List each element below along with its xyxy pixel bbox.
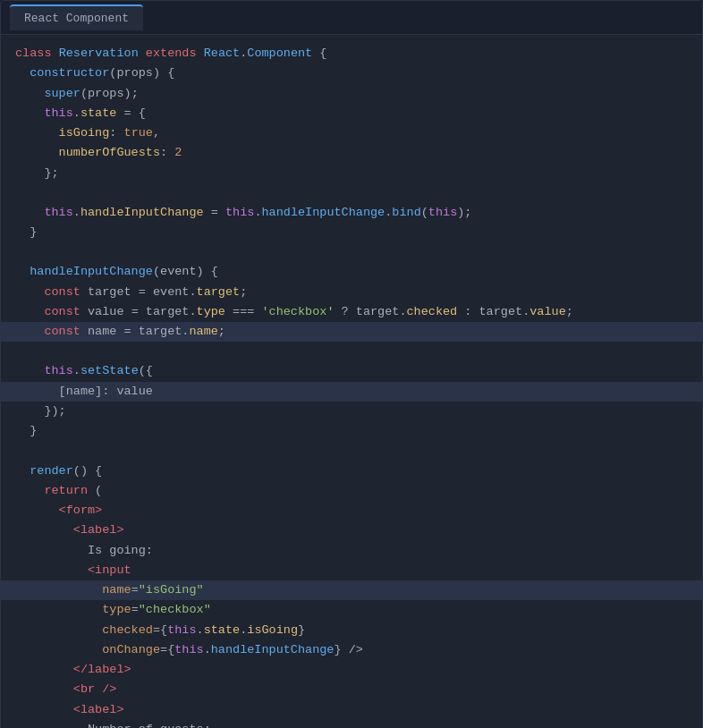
code-line: this.state = { <box>1 104 702 123</box>
code-line: checked={this.state.isGoing} <box>1 621 702 640</box>
code-line: <br /> <box>1 680 702 699</box>
code-line: name="isGoing" <box>1 580 702 600</box>
tab-react-component[interactable]: React Component <box>10 4 143 30</box>
code-line: handleInputChange(event) { <box>1 262 702 282</box>
code-line: <label> <box>1 521 702 540</box>
code-line <box>1 342 702 361</box>
code-line: const target = event.target; <box>1 283 702 302</box>
code-line: this.setState({ <box>1 361 702 381</box>
code-line: const name = target.name; <box>1 322 702 342</box>
code-line: Is going: <box>1 541 702 561</box>
code-line: render() { <box>1 461 702 481</box>
code-line: <input <box>1 561 702 580</box>
code-line: constructor(props) { <box>1 63 702 83</box>
code-content: class Reservation extends React.Componen… <box>1 35 702 728</box>
code-line: numberOfGuests: 2 <box>1 143 702 163</box>
code-line: Number of guests: <box>1 720 702 728</box>
code-line: return ( <box>1 481 702 501</box>
code-line: } <box>1 421 702 441</box>
code-line: }); <box>1 402 702 421</box>
code-line: <label> <box>1 700 702 720</box>
code-line: } <box>1 223 702 242</box>
code-line: <form> <box>1 501 702 521</box>
code-line: isGoing: true, <box>1 123 702 143</box>
code-editor: React Component class Reservation extend… <box>0 0 703 728</box>
code-line <box>1 242 702 262</box>
code-line: }; <box>1 164 702 183</box>
tab-bar: React Component <box>1 1 702 35</box>
code-line: this.handleInputChange = this.handleInpu… <box>1 203 702 223</box>
code-line: super(props); <box>1 84 702 104</box>
code-line: onChange={this.handleInputChange} /> <box>1 640 702 660</box>
code-line: [name]: value <box>1 382 702 402</box>
code-line: type="checkbox" <box>1 600 702 620</box>
code-line: const value = target.type === 'checkbox'… <box>1 302 702 322</box>
code-line <box>1 183 702 203</box>
code-line <box>1 442 702 461</box>
code-line: class Reservation extends React.Componen… <box>1 44 702 63</box>
code-line: </label> <box>1 660 702 680</box>
